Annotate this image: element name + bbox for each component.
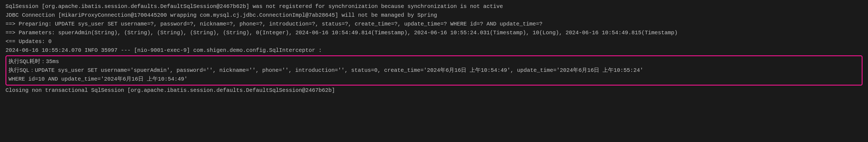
log-line-info: 2024-06-16 10:55:24.070 INFO 35997 --- [… [5,46,863,55]
log-line-parameters: ==> Parameters: spuerAdmin(String), (Str… [5,29,863,37]
log-line-sql-duration: 执行SQL耗时：35ms [8,57,860,66]
sql-interceptor-highlight-box: 执行SQL耗时：35ms 执行SQL：UPDATE sys_user SET u… [5,56,863,85]
log-line-updates: <== Updates: 0 [5,37,863,46]
log-line-preparing: ==> Preparing: UPDATE sys_user SET usern… [5,20,863,29]
log-line-sql-statement-2: WHERE id=10 AND update_time='2024年6月16日 … [8,75,860,83]
log-line-sqlsession: SqlSession [org.apache.ibatis.session.de… [5,2,863,11]
log-line-jdbc-connection: JDBC Connection [HikariProxyConnection@1… [5,11,863,20]
log-line-sql-statement-1: 执行SQL：UPDATE sys_user SET username='spue… [8,66,860,75]
log-line-closing: Closing non transactional SqlSession [or… [5,86,863,95]
